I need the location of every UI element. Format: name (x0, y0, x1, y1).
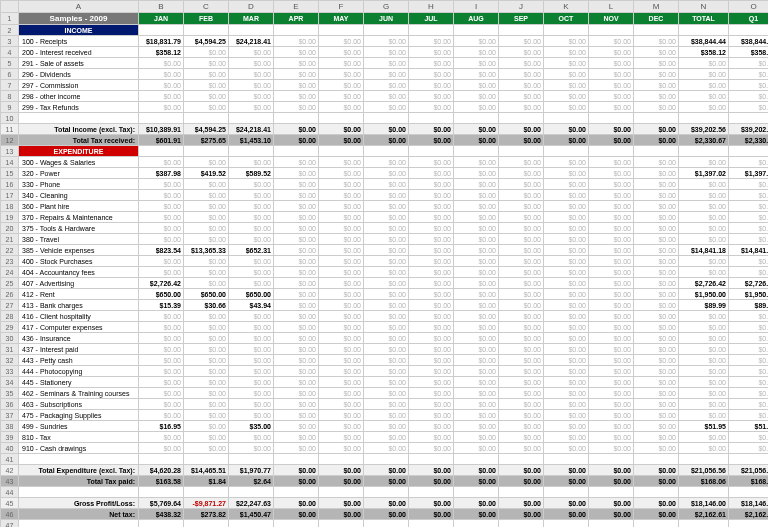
cell[interactable]: $0.00 (319, 476, 364, 487)
cell[interactable]: $0.00 (229, 344, 274, 355)
cell[interactable]: $0.00 (274, 509, 319, 520)
cell[interactable]: $0.00 (364, 80, 409, 91)
cell[interactable]: $0.00 (729, 322, 769, 333)
cell[interactable]: $0.00 (364, 168, 409, 179)
cell[interactable]: $0.00 (409, 322, 454, 333)
row-label[interactable]: 417 - Computer expenses (19, 322, 139, 333)
cell[interactable]: $0.00 (589, 69, 634, 80)
cell[interactable]: $0.00 (729, 157, 769, 168)
cell[interactable]: $601.91 (139, 135, 184, 146)
cell[interactable]: $0.00 (409, 278, 454, 289)
cell[interactable]: $0.00 (729, 223, 769, 234)
cell[interactable]: $0.00 (409, 69, 454, 80)
month-header-OCT[interactable]: OCT (544, 13, 589, 25)
cell[interactable]: $0.00 (229, 80, 274, 91)
col-header-C[interactable]: C (184, 1, 229, 13)
cell[interactable]: $0.00 (634, 223, 679, 234)
cell[interactable]: $0.00 (364, 476, 409, 487)
row-label[interactable]: 400 - Stock Purchases (19, 256, 139, 267)
cell[interactable]: $0.00 (589, 498, 634, 509)
cell[interactable]: $0.00 (454, 47, 499, 58)
cell[interactable]: $0.00 (364, 465, 409, 476)
cell[interactable]: $0.00 (364, 421, 409, 432)
cell[interactable]: $39,202.56 (679, 124, 729, 135)
cell[interactable]: $0.00 (409, 124, 454, 135)
cell[interactable]: $0.00 (229, 388, 274, 399)
cell[interactable]: $0.00 (364, 311, 409, 322)
cell[interactable]: $0.00 (544, 322, 589, 333)
cell[interactable]: $0.00 (589, 234, 634, 245)
cell[interactable]: $0.00 (454, 278, 499, 289)
cell[interactable]: $0.00 (139, 388, 184, 399)
cell[interactable]: $0.00 (184, 399, 229, 410)
cell[interactable]: $0.00 (634, 58, 679, 69)
col-header-J[interactable]: J (499, 1, 544, 13)
cell[interactable]: $0.00 (184, 388, 229, 399)
cell[interactable]: $589.52 (229, 168, 274, 179)
cell[interactable]: $0.00 (679, 212, 729, 223)
cell[interactable]: $0.00 (544, 278, 589, 289)
cell[interactable]: $0.00 (544, 388, 589, 399)
cell[interactable]: $0.00 (409, 443, 454, 454)
cell[interactable]: $0.00 (229, 190, 274, 201)
cell[interactable]: $0.00 (679, 410, 729, 421)
cell[interactable]: $0.00 (139, 69, 184, 80)
cell[interactable] (729, 25, 769, 36)
cell[interactable] (634, 520, 679, 528)
cell[interactable]: $0.00 (229, 58, 274, 69)
cell[interactable]: $0.00 (274, 333, 319, 344)
cell[interactable]: $0.00 (499, 322, 544, 333)
cell[interactable]: $0.00 (274, 124, 319, 135)
cell[interactable]: $0.00 (274, 234, 319, 245)
cell[interactable]: $0.00 (729, 388, 769, 399)
cell[interactable] (139, 113, 184, 124)
cell[interactable]: $0.00 (409, 465, 454, 476)
cell[interactable]: $0.00 (229, 410, 274, 421)
col-header-L[interactable]: L (589, 1, 634, 13)
cell[interactable]: $0.00 (679, 58, 729, 69)
cell[interactable]: $0.00 (274, 201, 319, 212)
cell[interactable]: $0.00 (229, 212, 274, 223)
cell[interactable]: $650.00 (229, 289, 274, 300)
cell[interactable]: $0.00 (139, 234, 184, 245)
cell[interactable]: $0.00 (454, 124, 499, 135)
cell[interactable]: $0.00 (589, 36, 634, 47)
cell[interactable]: $0.00 (679, 443, 729, 454)
cell[interactable]: $0.00 (274, 322, 319, 333)
cell[interactable]: $0.00 (409, 135, 454, 146)
cell[interactable]: $0.00 (589, 278, 634, 289)
cell[interactable]: $0.00 (409, 344, 454, 355)
cell[interactable] (454, 520, 499, 528)
cell[interactable]: $0.00 (409, 157, 454, 168)
cell[interactable]: $0.00 (319, 179, 364, 190)
cell[interactable] (229, 520, 274, 528)
cell[interactable] (229, 25, 274, 36)
cell[interactable]: $0.00 (544, 333, 589, 344)
cell[interactable]: $0.00 (544, 157, 589, 168)
cell[interactable]: $0.00 (679, 267, 729, 278)
cell[interactable]: $0.00 (729, 256, 769, 267)
cell[interactable] (454, 454, 499, 465)
cell[interactable]: $0.00 (139, 212, 184, 223)
cell[interactable]: $0.00 (679, 366, 729, 377)
cell[interactable]: $0.00 (634, 168, 679, 179)
cell[interactable]: $0.00 (544, 58, 589, 69)
cell[interactable]: $0.00 (589, 47, 634, 58)
total-label[interactable]: Net tax: (19, 509, 139, 520)
cell[interactable]: $0.00 (229, 377, 274, 388)
cell[interactable]: $0.00 (544, 234, 589, 245)
cell[interactable]: $0.00 (589, 476, 634, 487)
cell[interactable]: $0.00 (319, 410, 364, 421)
cell[interactable]: $0.00 (729, 410, 769, 421)
cell[interactable] (589, 520, 634, 528)
cell[interactable]: $0.00 (589, 410, 634, 421)
cell[interactable]: $0.00 (139, 443, 184, 454)
cell[interactable]: $0.00 (634, 300, 679, 311)
cell[interactable] (409, 520, 454, 528)
cell[interactable]: $0.00 (544, 102, 589, 113)
cell[interactable]: $0.00 (274, 289, 319, 300)
cell[interactable]: $0.00 (409, 168, 454, 179)
cell[interactable]: $0.00 (184, 212, 229, 223)
row-label[interactable]: 462 - Seminars & Training courses (19, 388, 139, 399)
cell[interactable]: $51.95 (679, 421, 729, 432)
